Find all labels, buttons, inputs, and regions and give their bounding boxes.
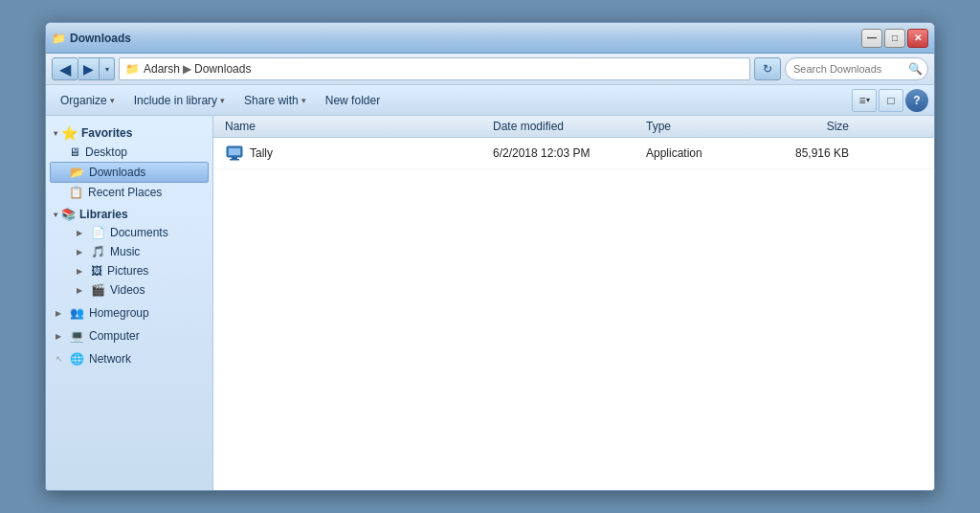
sidebar-item-documents[interactable]: ▶ 📄 Documents xyxy=(50,223,209,242)
sidebar-item-pictures[interactable]: ▶ 🖼 Pictures xyxy=(50,261,209,280)
svg-rect-1 xyxy=(229,148,240,155)
svg-rect-3 xyxy=(230,159,239,161)
window-title: Downloads xyxy=(70,32,131,45)
sidebar-item-downloads[interactable]: 📂 Downloads xyxy=(50,162,209,183)
sidebar-item-music[interactable]: ▶ 🎵 Music xyxy=(50,242,209,261)
file-list-header: Name Date modified Type Size xyxy=(213,116,934,138)
favorites-star-icon: ⭐ xyxy=(61,125,78,141)
file-size-cell: 85,916 KB xyxy=(757,146,853,160)
favorites-label: Favorites xyxy=(81,126,132,140)
downloads-label: Downloads xyxy=(89,166,145,179)
file-app-icon xyxy=(225,144,244,163)
forward-button[interactable]: ▶ xyxy=(78,57,100,80)
music-icon: 🎵 xyxy=(91,245,105,258)
downloads-folder-icon: 📂 xyxy=(70,166,84,179)
view-icon: ≡ xyxy=(858,94,865,107)
homegroup-section: ▶ 👥 Homegroup xyxy=(50,303,209,323)
search-input[interactable] xyxy=(793,63,908,75)
pictures-expand-icon: ▶ xyxy=(77,267,86,276)
homegroup-expand-icon: ▶ xyxy=(56,309,65,318)
favorites-section: ▾ ⭐ Favorites 🖥 Desktop 📂 Downloads 📋 Re… xyxy=(50,123,209,202)
include-library-label: Include in library xyxy=(134,94,217,107)
refresh-button[interactable]: ↻ xyxy=(754,57,781,80)
minimize-button[interactable]: — xyxy=(861,29,882,48)
explorer-window: 📁 Downloads — □ ✕ ◀ ▶ ▾ 📁 Adarsh ▶ Downl… xyxy=(45,22,935,491)
view-dropdown-icon: ▾ xyxy=(866,96,870,104)
sidebar-item-homegroup[interactable]: ▶ 👥 Homegroup xyxy=(50,303,209,323)
header-type[interactable]: Type xyxy=(642,120,757,133)
homegroup-label: Homegroup xyxy=(89,306,149,320)
header-date-modified[interactable]: Date modified xyxy=(489,120,642,133)
libraries-section: ▾ 📚 Libraries ▶ 📄 Documents ▶ 🎵 Music ▶ … xyxy=(50,206,209,300)
network-section: ↖ 🌐 Network xyxy=(50,349,209,368)
computer-expand-icon: ▶ xyxy=(56,332,65,341)
organize-dropdown-icon: ▾ xyxy=(110,96,115,105)
file-area: Name Date modified Type Size Tally xyxy=(213,116,934,490)
share-with-dropdown-icon: ▾ xyxy=(301,96,306,105)
address-bar: ◀ ▶ ▾ 📁 Adarsh ▶ Downloads ↻ 🔍 xyxy=(46,54,934,85)
file-name-cell: Tally xyxy=(221,144,489,163)
path-segment-downloads: Downloads xyxy=(194,62,251,76)
title-bar: 📁 Downloads — □ ✕ xyxy=(46,23,934,54)
include-library-button[interactable]: Include in library ▾ xyxy=(125,90,234,111)
videos-icon: 🎬 xyxy=(91,283,105,297)
libraries-expand-icon: ▾ xyxy=(54,211,57,219)
include-library-dropdown-icon: ▾ xyxy=(220,96,225,105)
help-button[interactable]: ? xyxy=(905,89,928,112)
search-box[interactable]: 🔍 xyxy=(785,57,928,80)
new-folder-button[interactable]: New folder xyxy=(317,90,389,111)
path-segment-adarsh: Adarsh xyxy=(144,62,180,76)
recent-places-icon: 📋 xyxy=(69,186,83,199)
table-row[interactable]: Tally 6/2/2018 12:03 PM Application 85,9… xyxy=(213,138,934,169)
file-date-cell: 6/2/2018 12:03 PM xyxy=(489,146,642,160)
path-folder-icon: 📁 xyxy=(125,62,140,76)
title-bar-controls: — □ ✕ xyxy=(861,29,928,48)
window-icon: 📁 xyxy=(52,32,66,45)
preview-pane-button[interactable]: □ xyxy=(879,89,903,112)
computer-section: ▶ 💻 Computer xyxy=(50,326,209,346)
share-with-button[interactable]: Share with ▾ xyxy=(235,90,315,111)
maximize-button[interactable]: □ xyxy=(884,29,905,48)
svg-rect-2 xyxy=(232,157,237,159)
sidebar-item-videos[interactable]: ▶ 🎬 Videos xyxy=(50,280,209,300)
file-name: Tally xyxy=(250,146,273,160)
pictures-icon: 🖼 xyxy=(91,264,102,278)
libraries-header[interactable]: ▾ 📚 Libraries xyxy=(50,206,209,223)
cursor-icon: ↖ xyxy=(56,354,65,364)
organize-label: Organize xyxy=(60,94,107,107)
back-icon: ◀ xyxy=(59,60,71,78)
close-button[interactable]: ✕ xyxy=(907,29,928,48)
documents-icon: 📄 xyxy=(91,226,105,239)
address-path[interactable]: 📁 Adarsh ▶ Downloads xyxy=(119,57,750,80)
main-area: ▾ ⭐ Favorites 🖥 Desktop 📂 Downloads 📋 Re… xyxy=(46,116,934,490)
desktop-icon: 🖥 xyxy=(69,145,80,159)
toolbar: Organize ▾ Include in library ▾ Share wi… xyxy=(46,85,934,116)
videos-expand-icon: ▶ xyxy=(77,286,86,295)
search-icon[interactable]: 🔍 xyxy=(908,62,923,76)
organize-button[interactable]: Organize ▾ xyxy=(52,90,123,111)
sidebar-item-desktop[interactable]: 🖥 Desktop xyxy=(50,143,209,162)
pictures-label: Pictures xyxy=(107,264,148,278)
view-button[interactable]: ≡ ▾ xyxy=(852,89,877,112)
breadcrumb-separator: ▶ xyxy=(183,62,191,76)
documents-expand-icon: ▶ xyxy=(77,229,86,237)
favorites-header[interactable]: ▾ ⭐ Favorites xyxy=(50,123,209,143)
sidebar-item-network[interactable]: ↖ 🌐 Network xyxy=(50,349,209,368)
title-bar-left: 📁 Downloads xyxy=(52,32,131,45)
sidebar-item-recent-places[interactable]: 📋 Recent Places xyxy=(50,183,209,202)
libraries-label: Libraries xyxy=(79,208,128,221)
sidebar: ▾ ⭐ Favorites 🖥 Desktop 📂 Downloads 📋 Re… xyxy=(46,116,213,490)
file-type-cell: Application xyxy=(642,146,757,160)
videos-label: Videos xyxy=(110,283,145,297)
header-name[interactable]: Name xyxy=(221,120,489,133)
nav-dropdown-button[interactable]: ▾ xyxy=(100,57,115,80)
desktop-label: Desktop xyxy=(85,145,127,159)
homegroup-icon: 👥 xyxy=(70,306,84,320)
favorites-expand-icon: ▾ xyxy=(54,129,57,138)
network-label: Network xyxy=(89,352,131,366)
header-size[interactable]: Size xyxy=(757,120,853,133)
music-label: Music xyxy=(110,245,140,258)
back-button[interactable]: ◀ xyxy=(52,57,78,80)
sidebar-item-computer[interactable]: ▶ 💻 Computer xyxy=(50,326,209,346)
view-controls: ≡ ▾ □ xyxy=(852,89,903,112)
